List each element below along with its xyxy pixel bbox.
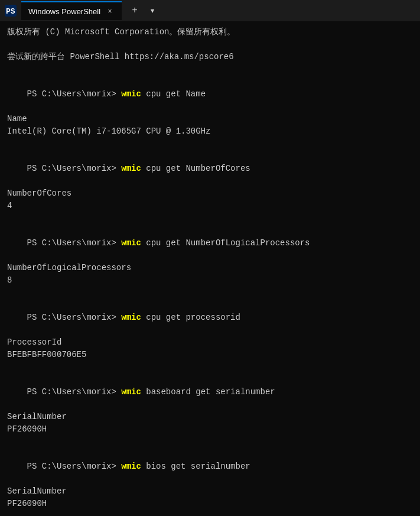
wmic-4: wmic (116, 313, 141, 322)
titlebar: PS Windows PowerShell × + ▾ (0, 0, 420, 21)
try-line: 尝试新的跨平台 PowerShell https://aka.ms/pscore… (7, 51, 413, 63)
new-tab-button[interactable]: + (126, 2, 143, 19)
prompt-1: PS C:\Users\morix> (27, 89, 116, 99)
blank-7 (7, 436, 413, 448)
wmic-2: wmic (116, 164, 141, 173)
blank-4 (7, 212, 413, 225)
prompt-6: PS C:\Users\morix> (27, 462, 116, 471)
blank-3 (7, 138, 413, 150)
prompt-4: PS C:\Users\morix> (27, 313, 116, 322)
out-value-5: PF26090H (7, 423, 413, 436)
wmic-1: wmic (116, 89, 141, 99)
copyright-line: 版权所有 (C) Microsoft Corporation。保留所有权利。 (7, 26, 413, 38)
powershell-icon: PS (5, 5, 17, 17)
blank-2 (7, 63, 413, 76)
cmd-line-3: PS C:\Users\morix> wmic cpu get NumberOf… (7, 225, 413, 262)
wmic-3: wmic (116, 238, 141, 248)
wmic-6: wmic (116, 462, 141, 471)
blank-1 (7, 38, 413, 51)
cmd-line-4: PS C:\Users\morix> wmic cpu get processo… (7, 299, 413, 336)
tab-close-button[interactable]: × (105, 7, 115, 16)
cmd-line-5: PS C:\Users\morix> wmic baseboard get se… (7, 374, 413, 411)
cmdrest-3: cpu get NumberOfLogicalProcessors (141, 238, 310, 248)
out-label-4: ProcessorId (7, 336, 413, 349)
prompt-3: PS C:\Users\morix> (27, 238, 116, 248)
out-label-1: Name (7, 113, 413, 125)
cmd-line-6: PS C:\Users\morix> wmic bios get serialn… (7, 448, 413, 485)
blank-6 (7, 361, 413, 374)
out-value-1: Intel(R) Core(TM) i7-1065G7 CPU @ 1.30GH… (7, 125, 413, 138)
terminal-body: 版权所有 (C) Microsoft Corporation。保留所有权利。 尝… (0, 21, 420, 516)
prompt-2: PS C:\Users\morix> (27, 164, 116, 173)
cmdrest-2: cpu get NumberOfCores (141, 164, 250, 173)
cmdrest-6: bios get serialnumber (141, 462, 250, 471)
prompt-5: PS C:\Users\morix> (27, 387, 116, 397)
out-value-2: 4 (7, 200, 413, 212)
dropdown-button[interactable]: ▾ (144, 2, 161, 19)
out-label-5: SerialNumber (7, 411, 413, 423)
out-value-6: PF26090H (7, 498, 413, 510)
out-label-6: SerialNumber (7, 485, 413, 498)
cmd-line-2: PS C:\Users\morix> wmic cpu get NumberOf… (7, 150, 413, 187)
svg-text:PS: PS (6, 7, 15, 16)
tab-label: Windows PowerShell (28, 7, 100, 16)
cmdrest-1: cpu get Name (141, 89, 206, 99)
out-value-3: 8 (7, 274, 413, 287)
out-label-3: NumberOfLogicalProcessors (7, 262, 413, 274)
out-value-4: BFEBFBFF000706E5 (7, 349, 413, 361)
titlebar-actions: + ▾ (126, 2, 161, 19)
wmic-5: wmic (116, 387, 141, 397)
cmd-line-1: PS C:\Users\morix> wmic cpu get Name (7, 76, 413, 113)
active-tab[interactable]: Windows PowerShell × (21, 1, 122, 20)
blank-8 (7, 510, 413, 516)
blank-5 (7, 287, 413, 299)
cmdrest-4: cpu get processorid (141, 313, 240, 322)
out-label-2: NumberOfCores (7, 187, 413, 200)
cmdrest-5: baseboard get serialnumber (141, 387, 275, 397)
